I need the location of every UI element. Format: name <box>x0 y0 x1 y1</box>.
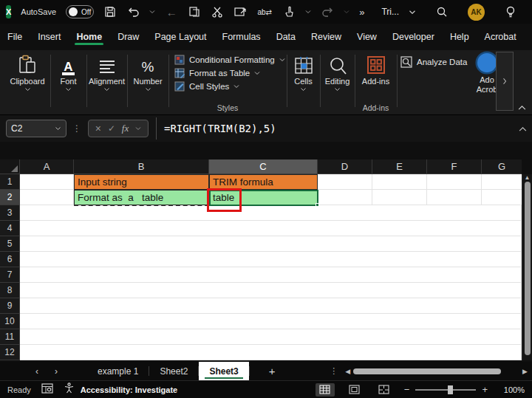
zoom-in-button[interactable]: + <box>482 384 488 395</box>
share-mail-icon[interactable] <box>233 5 247 18</box>
accessibility-icon[interactable] <box>64 382 75 397</box>
copy-icon[interactable] <box>188 5 201 18</box>
column-header-a[interactable]: A <box>20 159 74 174</box>
grid-cells-row[interactable] <box>20 221 522 236</box>
undo-dropdown-icon[interactable] <box>149 10 155 14</box>
row-header-6[interactable]: 6 <box>0 252 20 267</box>
addins-button[interactable]: Add-ins <box>355 53 397 102</box>
formula-input[interactable]: =RIGHT(TRIM(B2),5) <box>156 117 513 140</box>
tab-draw[interactable]: Draw <box>117 26 139 49</box>
analyze-data-button[interactable]: Analyze Data <box>400 56 467 68</box>
grid-cells-row[interactable] <box>20 205 522 221</box>
cell-b2[interactable]: Format as a table <box>74 190 209 205</box>
tab-home[interactable]: Home <box>76 26 102 49</box>
sheet-next-icon[interactable]: › <box>55 366 58 377</box>
tab-insert[interactable]: Insert <box>38 26 61 49</box>
cell-d2[interactable] <box>318 190 372 205</box>
sheet-tab-example1[interactable]: example 1 <box>87 362 149 380</box>
vertical-scrollbar[interactable]: ▲ <box>522 174 532 360</box>
cell-f2[interactable] <box>427 190 482 205</box>
scroll-right-icon[interactable]: ▶ <box>522 368 528 375</box>
zoom-slider-thumb[interactable] <box>448 385 453 394</box>
page-layout-view-button[interactable] <box>345 383 364 397</box>
cells-group-button[interactable]: Cells <box>287 53 320 102</box>
select-all-corner[interactable] <box>0 159 20 174</box>
grid-cells-row[interactable] <box>20 252 522 267</box>
tab-developer[interactable]: Developer <box>392 26 434 49</box>
cell-styles-button[interactable]: Cell Styles <box>174 81 285 92</box>
column-header-f[interactable]: F <box>427 159 482 174</box>
row-header-3[interactable]: 3 <box>0 205 20 221</box>
grid-cells-row[interactable] <box>20 329 522 345</box>
enter-entry-icon[interactable]: ✓ <box>108 123 115 134</box>
accessibility-status[interactable]: Accessibility: Investigate <box>81 385 177 394</box>
tab-data[interactable]: Data <box>276 26 296 49</box>
touch-mode-icon[interactable] <box>282 5 296 18</box>
name-box[interactable]: C2 <box>6 120 66 137</box>
search-icon[interactable] <box>435 5 449 18</box>
quick-access-overflow-icon[interactable]: » <box>359 7 364 18</box>
horizontal-scrollbar-thumb[interactable] <box>353 368 501 374</box>
tab-view[interactable]: View <box>357 26 377 49</box>
sheet-tab-sheet2[interactable]: Sheet2 <box>149 362 198 380</box>
document-title[interactable]: Tri... <box>381 7 399 17</box>
conditional-formatting-button[interactable]: Conditional Formatting <box>174 55 285 65</box>
scroll-up-icon[interactable]: ▲ <box>522 174 532 182</box>
clipboard-group-button[interactable]: Clipboard <box>4 53 50 102</box>
expand-formula-bar-icon[interactable] <box>519 126 527 131</box>
row-header-12[interactable]: 12 <box>0 345 20 360</box>
row-header-10[interactable]: 10 <box>0 314 20 329</box>
find-replace-icon[interactable]: ab⇄ <box>256 5 273 18</box>
sheet-prev-icon[interactable]: ‹ <box>35 366 38 377</box>
grid-cells-row[interactable] <box>20 236 522 252</box>
number-group-button[interactable]: % Number <box>127 53 168 102</box>
sheet-tab-sheet3[interactable]: Sheet3 <box>199 362 248 380</box>
tab-help[interactable]: Help <box>450 26 469 49</box>
cell-f1[interactable] <box>427 174 482 190</box>
scroll-left-icon[interactable]: ◀ <box>345 368 350 375</box>
column-header-b[interactable]: B <box>74 159 209 174</box>
fill-handle[interactable] <box>316 203 319 207</box>
cell-a1[interactable] <box>20 174 74 190</box>
row-header-8[interactable]: 8 <box>0 283 20 298</box>
cell-d1[interactable] <box>318 174 372 190</box>
grid-cells-row[interactable] <box>20 267 522 283</box>
column-header-g[interactable]: G <box>482 159 522 174</box>
tab-file[interactable]: File <box>7 26 22 49</box>
row-header-1[interactable]: 1 <box>0 174 20 190</box>
zoom-slider[interactable] <box>415 389 476 391</box>
cancel-entry-icon[interactable]: × <box>95 123 101 134</box>
grid-cells-row[interactable] <box>20 298 522 314</box>
tab-acrobat[interactable]: Acrobat <box>485 26 516 49</box>
fx-dropdown-icon[interactable] <box>135 126 141 131</box>
lightbulb-icon[interactable] <box>504 5 517 18</box>
zoom-out-button[interactable]: − <box>404 384 410 395</box>
row-header-9[interactable]: 9 <box>0 298 20 314</box>
row-header-11[interactable]: 11 <box>0 329 20 345</box>
sheet-options-icon[interactable]: ⋮ <box>322 362 345 380</box>
insert-function-icon[interactable]: fx <box>122 123 129 134</box>
undo-icon[interactable] <box>126 5 140 18</box>
cell-a2[interactable] <box>20 190 74 205</box>
name-box-dropdown-icon[interactable] <box>55 126 61 131</box>
autosave-toggle[interactable]: Off <box>66 5 94 18</box>
ribbon-overflow-panel[interactable] <box>496 52 514 111</box>
new-sheet-button[interactable]: + <box>250 362 295 380</box>
account-avatar[interactable]: AK <box>468 4 485 21</box>
tab-review[interactable]: Review <box>311 26 341 49</box>
row-header-5[interactable]: 5 <box>0 236 20 252</box>
save-icon[interactable] <box>103 5 117 18</box>
title-dropdown-icon[interactable] <box>409 10 416 15</box>
column-header-c[interactable]: C <box>209 159 318 174</box>
format-as-table-button[interactable]: Format as Table <box>174 68 285 78</box>
cell-e2[interactable] <box>372 190 427 205</box>
cell-c1[interactable]: TRIM formula <box>209 174 318 190</box>
cell-b1[interactable]: Input string <box>74 174 209 190</box>
macro-record-icon[interactable] <box>41 383 53 397</box>
cell-e1[interactable] <box>372 174 427 190</box>
horizontal-scrollbar[interactable]: ◀ ▶ <box>345 362 532 380</box>
zoom-level[interactable]: 100% <box>498 385 525 394</box>
cut-icon[interactable] <box>211 5 224 18</box>
collapse-ribbon-icon[interactable] <box>518 105 526 110</box>
tab-formulas[interactable]: Formulas <box>222 26 261 49</box>
